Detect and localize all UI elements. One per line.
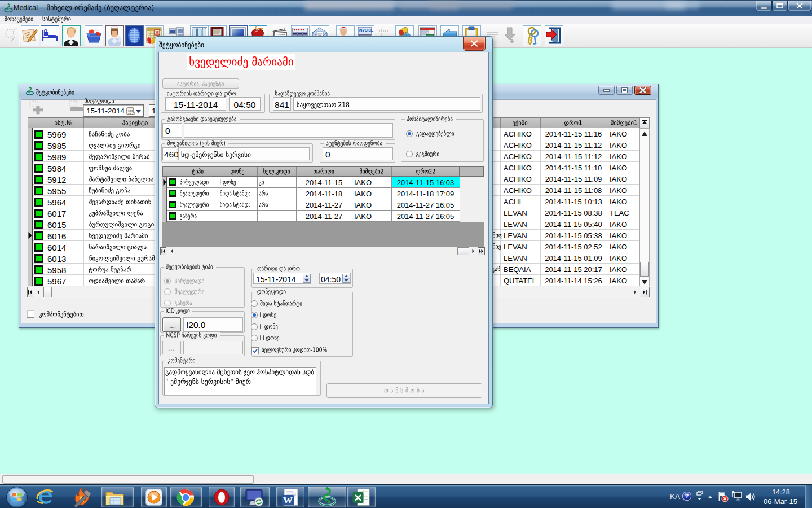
svg-text:INVOICE: INVOICE: [359, 28, 374, 32]
svg-text:W: W: [283, 495, 293, 506]
svg-text:1: 1: [157, 30, 160, 36]
svg-text:?: ?: [685, 493, 689, 500]
